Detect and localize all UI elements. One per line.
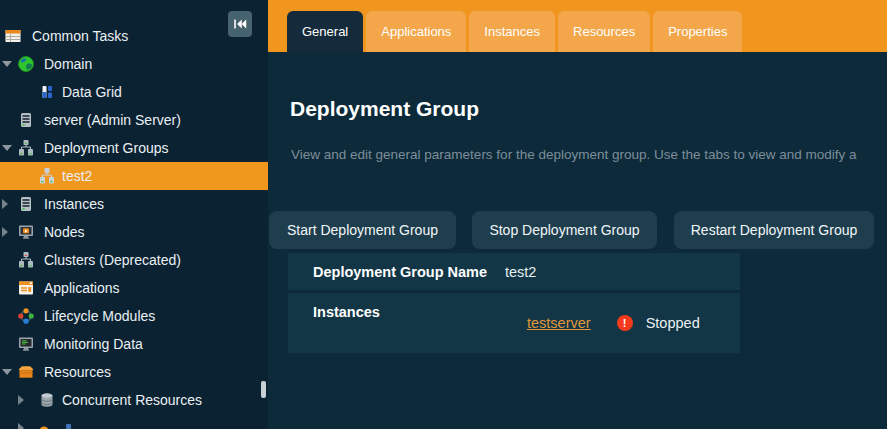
sidebar-item-lifecycle-modules[interactable]: Lifecycle Modules — [0, 302, 268, 330]
partial-orange-icon — [38, 419, 56, 429]
sidebar-item-resources[interactable]: Resources — [0, 358, 268, 386]
sidebar-item-label: Clusters (Deprecated) — [44, 252, 181, 268]
sidebar-item-applications[interactable]: Applications — [0, 274, 268, 302]
tab-resources[interactable]: Resources — [558, 11, 650, 52]
page-title: Deployment Group — [290, 97, 479, 121]
sidebar-item-label: server (Admin Server) — [44, 112, 181, 128]
general-info-table: Deployment Group Name test2 Instances te… — [288, 253, 740, 353]
sidebar-item-nodes[interactable]: Nodes — [0, 218, 268, 246]
tab-properties[interactable]: Properties — [653, 11, 742, 52]
tab-applications[interactable]: Applications — [366, 11, 466, 52]
sidebar-item-server-admin-server[interactable]: server (Admin Server) — [0, 106, 268, 134]
table-row-instances: Instances testserver ! Stopped — [288, 293, 740, 353]
admin-console-screen: Common Tasks Domain Data Grid serve — [0, 0, 887, 429]
sidebar-item-label: Resources — [44, 364, 111, 380]
navigation-sidebar: Common Tasks Domain Data Grid serve — [0, 0, 268, 429]
start-deployment-group-button[interactable]: Start Deployment Group — [269, 211, 456, 249]
chevron-right-icon[interactable] — [2, 227, 8, 237]
chevron-right-icon[interactable] — [18, 395, 24, 405]
sidebar-item-instances[interactable]: Instances — [0, 190, 268, 218]
sidebar-item-domain[interactable]: Domain — [0, 50, 268, 78]
applications-icon — [17, 279, 35, 297]
sidebar-item-label: Concurrent Resources — [62, 392, 202, 408]
monitor-icon — [17, 335, 35, 353]
sidebar-item-label: Instances — [44, 196, 104, 212]
chevron-down-icon[interactable] — [2, 61, 12, 67]
cluster-icon — [17, 251, 35, 269]
instances-label: Instances — [313, 293, 505, 353]
chevron-down-icon[interactable] — [2, 369, 12, 375]
chevron-right-icon[interactable] — [18, 423, 24, 429]
chevron-right-icon[interactable] — [2, 199, 8, 209]
server-icon — [17, 195, 35, 213]
sidebar-item-clusters-deprecated[interactable]: Clusters (Deprecated) — [0, 246, 268, 274]
sidebar-item-concurrent-resources[interactable]: Concurrent Resources — [0, 386, 268, 414]
sidebar-item-deployment-groups[interactable]: Deployment Groups — [0, 134, 268, 162]
stop-deployment-group-button[interactable]: Stop Deployment Group — [472, 211, 657, 249]
collapse-left-icon — [232, 16, 248, 32]
deployment-group-name-value: test2 — [505, 264, 536, 280]
sidebar-item-label: Lifecycle Modules — [44, 308, 155, 324]
sidebar-item-label: Nodes — [44, 224, 84, 240]
cluster-icon — [17, 139, 35, 157]
sidebar-item-label: Domain — [44, 56, 92, 72]
instance-status-cell: testserver ! Stopped — [505, 293, 700, 353]
sidebar-item-label: Common Tasks — [32, 28, 128, 44]
sidebar-scrollbar-thumb[interactable] — [261, 381, 266, 398]
sidebar-item-data-grid[interactable]: Data Grid — [0, 78, 268, 106]
data-grid-icon — [38, 83, 56, 101]
cluster-icon — [38, 167, 56, 185]
tab-general[interactable]: General — [287, 11, 363, 52]
database-icon — [38, 391, 56, 409]
resources-box-icon — [17, 363, 35, 381]
stopped-status-icon: ! — [617, 315, 633, 331]
status-label: Stopped — [646, 315, 700, 331]
sidebar-item-label: test2 — [62, 168, 92, 184]
table-row-name: Deployment Group Name test2 — [288, 253, 740, 290]
chevron-down-icon[interactable] — [2, 145, 12, 151]
tab-bar: General Applications Instances Resources… — [268, 0, 887, 52]
testserver-link[interactable]: testserver — [527, 315, 591, 331]
sidebar-item-label: Applications — [44, 280, 120, 296]
sidebar-collapse-button[interactable] — [228, 11, 252, 37]
tab-instances[interactable]: Instances — [469, 11, 555, 52]
server-icon — [17, 111, 35, 129]
node-monitor-icon — [17, 223, 35, 241]
page-description: View and edit general parameters for the… — [291, 147, 887, 162]
sidebar-item-monitoring-data[interactable]: Monitoring Data — [0, 330, 268, 358]
globe-icon — [17, 55, 35, 73]
partial-blue-icon — [66, 424, 71, 429]
tabs: General Applications Instances Resources… — [287, 11, 742, 52]
lifecycle-icon — [17, 307, 35, 325]
sidebar-item-label: Deployment Groups — [44, 140, 169, 156]
restart-deployment-group-button[interactable]: Restart Deployment Group — [674, 211, 874, 249]
sidebar-item-label: Monitoring Data — [44, 336, 143, 352]
navigation-tree: Common Tasks Domain Data Grid serve — [0, 22, 268, 429]
sidebar-item-partial[interactable] — [0, 414, 268, 429]
common-tasks-icon — [4, 27, 22, 45]
sidebar-item-test2[interactable]: test2 — [0, 162, 268, 190]
sidebar-item-label: Data Grid — [62, 84, 122, 100]
deployment-group-name-label: Deployment Group Name — [313, 264, 505, 280]
